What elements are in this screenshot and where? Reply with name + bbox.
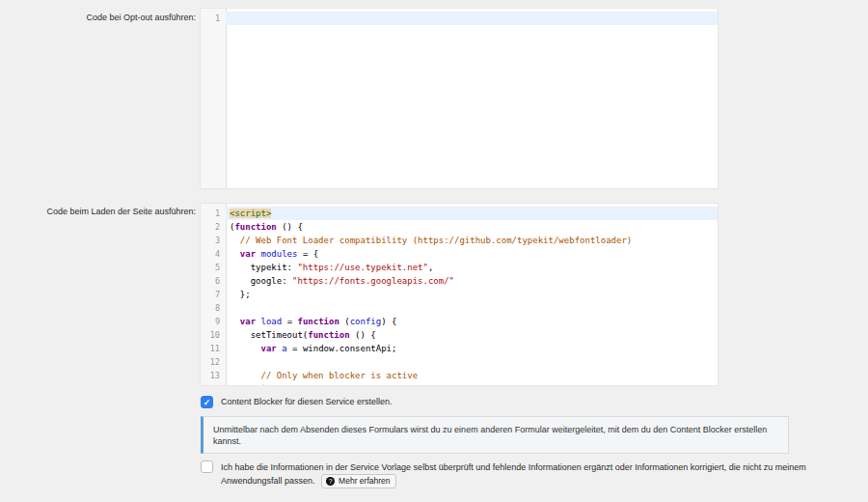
checkmark-icon: ✓: [202, 397, 212, 407]
code-line[interactable]: 7 };: [201, 288, 718, 301]
optout-code-editor[interactable]: 1: [200, 8, 719, 189]
code-line[interactable]: 6 google: "https://fonts.googleapis.com/…: [201, 274, 718, 288]
onload-code-label: Code beim Laden der Seite ausführen:: [0, 206, 196, 217]
line-number: 6: [201, 274, 226, 288]
code-line[interactable]: 9 var load = function (config) {: [201, 315, 718, 328]
code-line[interactable]: 11 var a = window.consentApi;: [201, 342, 718, 355]
onload-code-editor[interactable]: 1<script>2(function () {3 // Web Font Lo…: [200, 203, 719, 386]
code-line[interactable]: 1<script>: [201, 207, 718, 220]
line-number: 11: [201, 342, 226, 355]
line-number: 2: [201, 220, 226, 234]
code-line[interactable]: 10 setTimeout(function () {: [201, 328, 718, 342]
code-line[interactable]: 8: [201, 301, 718, 315]
redirect-info-text: Unmittelbar nach dem Absenden dieses For…: [213, 425, 767, 446]
line-number: 12: [201, 355, 226, 369]
line-number: 7: [201, 288, 226, 301]
confirm-checkbox[interactable]: ✓: [201, 460, 213, 473]
code-line[interactable]: 12: [201, 355, 718, 369]
confirm-row: ✓ Ich habe die Informationen in der Serv…: [201, 460, 848, 488]
line-number: 1: [201, 12, 226, 25]
redirect-info-alert: Unmittelbar nach dem Absenden dieses For…: [201, 416, 789, 454]
content-blocker-checkbox[interactable]: ✓: [201, 396, 213, 408]
more-info-button[interactable]: ? Mehr erfahren: [321, 474, 396, 488]
line-number: 3: [201, 234, 226, 247]
more-info-label: Mehr erfahren: [339, 476, 390, 487]
line-number: 8: [201, 301, 226, 315]
code-line[interactable]: 3 // Web Font Loader compatibility (http…: [201, 234, 718, 247]
confirm-label-text: Ich habe die Informationen in der Servic…: [221, 462, 806, 486]
line-number: 5: [201, 261, 226, 274]
code-line[interactable]: 5 typekit: "https://use.typekit.net",: [201, 261, 718, 274]
code-line[interactable]: 4 var modules = {: [201, 247, 718, 261]
code-line[interactable]: 2(function () {: [201, 220, 718, 234]
line-number: 4: [201, 247, 226, 261]
code-line[interactable]: 14 if (!a) {: [201, 382, 718, 386]
line-number: 1: [201, 207, 226, 220]
line-number: 14: [201, 382, 226, 386]
content-blocker-row: ✓ Content Blocker für diesen Service ers…: [201, 396, 393, 408]
line-number: 13: [201, 369, 226, 382]
optout-code-label: Code bei Opt-out ausführen:: [0, 12, 196, 23]
question-circle-icon: ?: [326, 477, 335, 486]
content-blocker-label[interactable]: Content Blocker für diesen Service erste…: [221, 396, 393, 408]
code-line[interactable]: 1: [201, 12, 718, 25]
line-number: 9: [201, 315, 226, 328]
line-number: 10: [201, 328, 226, 342]
code-line[interactable]: 13 // Only when blocker is active: [201, 369, 718, 382]
confirm-label[interactable]: Ich habe die Informationen in der Servic…: [221, 460, 848, 488]
optout-code-lines: 1: [201, 9, 718, 25]
onload-code-lines: 1<script>2(function () {3 // Web Font Lo…: [201, 204, 718, 386]
